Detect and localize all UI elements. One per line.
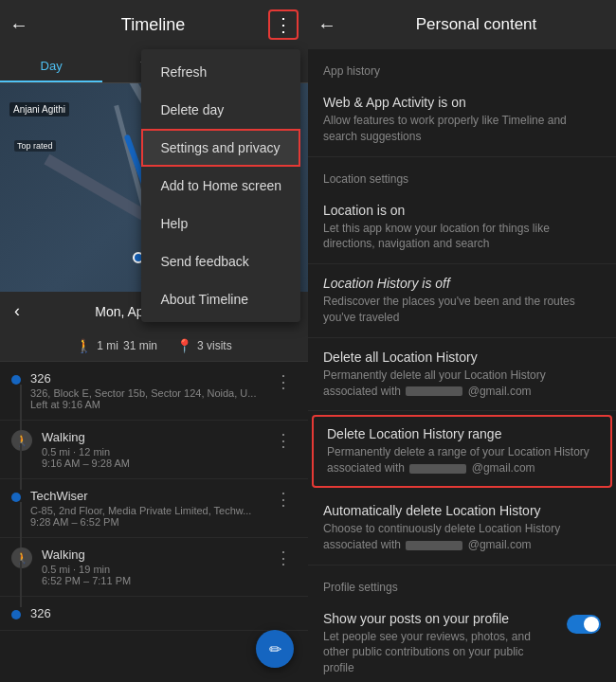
section-header-app-history: App history	[308, 49, 616, 83]
dropdown-menu: Refresh Delete day Settings and privacy …	[141, 49, 300, 322]
right-back-button[interactable]: ←	[317, 14, 336, 36]
duration-value: 31 min	[123, 339, 157, 352]
right-page-title: Personal content	[346, 15, 607, 34]
section-header-profile: Profile settings	[308, 565, 616, 600]
timeline-item-2: TechWiser C-85, 2nd Floor, Media Private…	[0, 479, 308, 538]
back-button[interactable]: ←	[9, 14, 28, 36]
left-panel: ← Timeline ⋮ Day Trips Insights Refresh …	[0, 0, 308, 682]
setting-location-history-off[interactable]: Location History is off Rediscover the p…	[308, 264, 616, 338]
map-label-1: Anjani Agithi	[9, 102, 69, 117]
timeline-sub: C-85, 2nd Floor, Media Private Limited, …	[30, 505, 270, 516]
timeline-more-button[interactable]: ⋮	[270, 547, 297, 568]
map-label-2: Top rated	[14, 140, 56, 152]
timeline-content: 326 326, Block E, Sector 15b, Sector 124…	[30, 371, 270, 410]
email-redacted	[406, 541, 462, 550]
menu-item-refresh[interactable]: Refresh	[141, 53, 300, 91]
timeline-item-1: 🚶 Walking 0.5 mi · 12 min 9:16 AM – 9:28…	[0, 421, 308, 479]
setting-title: Show your posts on your profile	[323, 611, 557, 626]
right-top-bar: ← Personal content	[308, 0, 616, 49]
setting-desc: Allow features to work properly like Tim…	[323, 113, 601, 145]
setting-desc: Let people see your reviews, photos, and…	[323, 629, 557, 676]
place-dot	[11, 610, 21, 619]
setting-show-posts[interactable]: Show your posts on your profile Let peop…	[308, 600, 616, 682]
timeline-sub: 0.5 mi · 19 min	[42, 564, 270, 575]
tab-day[interactable]: Day	[0, 49, 102, 82]
setting-title: Location is on	[323, 203, 601, 218]
timeline-item-0: 326 326, Block E, Sector 15b, Sector 124…	[0, 362, 308, 421]
setting-content: Show your posts on your profile Let peop…	[323, 611, 567, 676]
timeline-more-button[interactable]: ⋮	[270, 430, 297, 451]
menu-item-feedback[interactable]: Send feedback	[141, 242, 300, 280]
setting-location-on[interactable]: Location is on Let this app know your lo…	[308, 191, 616, 265]
timeline-time: 9:16 AM – 9:28 AM	[42, 458, 270, 469]
setting-title: Web & App Activity is on	[323, 95, 601, 110]
location-icon: 📍	[176, 338, 192, 353]
timeline-content: Walking 0.5 mi · 12 min 9:16 AM – 9:28 A…	[42, 430, 270, 469]
setting-delete-all-location[interactable]: Delete all Location History Permanently …	[308, 338, 616, 412]
more-options-button[interactable]: ⋮	[268, 9, 299, 40]
top-bar: ← Timeline ⋮	[0, 0, 308, 49]
right-content: App history Web & App Activity is on All…	[308, 49, 616, 682]
setting-auto-delete-location[interactable]: Automatically delete Location History Ch…	[308, 492, 616, 565]
timeline-more-button[interactable]: ⋮	[270, 489, 297, 510]
email-redacted	[409, 464, 466, 474]
timeline-time: 6:52 PM – 7:11 PM	[42, 575, 270, 586]
timeline-more-button[interactable]: ⋮	[270, 371, 297, 392]
timeline-sub: 326, Block E, Sector 15b, Sector 124, No…	[30, 387, 270, 399]
setting-title: Location History is off	[323, 276, 601, 291]
prev-day-button[interactable]: ‹	[14, 301, 20, 321]
page-title: Timeline	[38, 15, 268, 35]
menu-item-settings[interactable]: Settings and privacy	[141, 129, 300, 167]
timeline-title: Walking	[42, 547, 270, 562]
visits-value: 3 visits	[197, 339, 232, 352]
setting-desc: Permanently delete all your Location His…	[323, 368, 601, 400]
timeline-content: TechWiser C-85, 2nd Floor, Media Private…	[30, 489, 270, 528]
place-dot	[11, 375, 21, 385]
timeline-title: 326	[30, 371, 270, 386]
toggle-show-posts[interactable]	[567, 615, 601, 634]
setting-desc: Permanently delete a range of your Locat…	[327, 444, 597, 476]
setting-title: Automatically delete Location History	[323, 503, 601, 518]
place-dot	[11, 493, 21, 502]
menu-item-help[interactable]: Help	[141, 205, 300, 242]
menu-item-delete-day[interactable]: Delete day	[141, 91, 300, 129]
setting-web-app-activity[interactable]: Web & App Activity is on Allow features …	[308, 83, 616, 157]
timeline-time: 9:28 AM – 6:52 PM	[30, 516, 270, 528]
distance-value: 1 mi	[97, 339, 118, 352]
timeline-time: Left at 9:16 AM	[30, 399, 270, 410]
setting-desc: Choose to continuously delete Location H…	[323, 521, 601, 553]
walk-icon: 🚶	[76, 338, 92, 353]
walk-icon: 🚶	[11, 547, 32, 568]
timeline-content: Walking 0.5 mi · 19 min 6:52 PM – 7:11 P…	[42, 547, 270, 586]
menu-item-about[interactable]: About Timeline	[141, 280, 300, 318]
visits-stat: 📍 3 visits	[176, 338, 232, 353]
setting-desc: Rediscover the places you've been and th…	[323, 294, 601, 326]
stats-bar: 🚶 1 mi 31 min 📍 3 visits	[0, 331, 308, 362]
setting-desc: Let this app know your location for thin…	[323, 221, 601, 253]
walk-stat: 🚶 1 mi 31 min	[76, 338, 157, 353]
timeline-title: Walking	[42, 430, 270, 444]
menu-item-add-home[interactable]: Add to Home screen	[141, 167, 300, 205]
walk-icon: 🚶	[11, 430, 32, 451]
email-redacted	[406, 386, 462, 396]
timeline-title: TechWiser	[30, 489, 270, 503]
timeline-title: 326	[30, 606, 297, 620]
setting-title: Delete Location History range	[327, 426, 597, 441]
timeline-sub: 0.5 mi · 12 min	[42, 446, 270, 458]
section-header-location: Location settings	[308, 157, 616, 191]
setting-title: Delete all Location History	[323, 350, 601, 365]
setting-delete-location-range[interactable]: Delete Location History range Permanentl…	[312, 415, 612, 488]
timeline-item-3: 🚶 Walking 0.5 mi · 19 min 6:52 PM – 7:11…	[0, 538, 308, 597]
timeline-content: 326	[30, 606, 297, 620]
edit-fab[interactable]: ✏	[256, 630, 294, 668]
right-panel: ← Personal content App history Web & App…	[308, 0, 616, 682]
timeline-item-4: 326	[0, 597, 308, 631]
